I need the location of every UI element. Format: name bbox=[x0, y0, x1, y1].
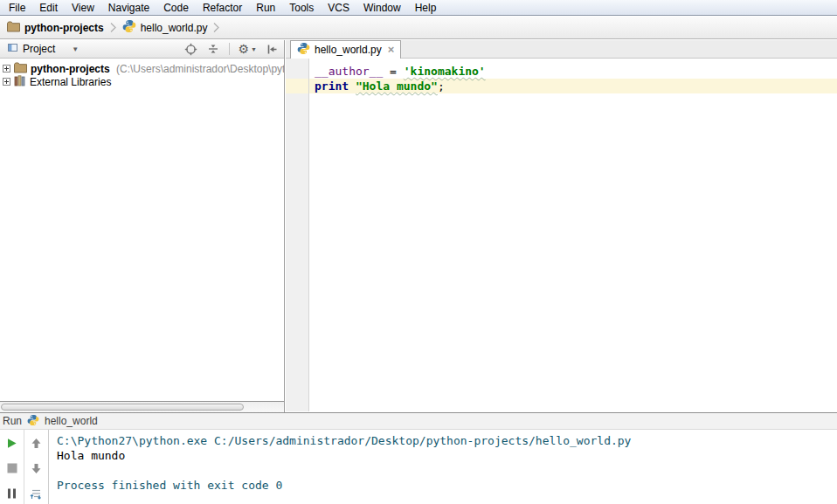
menu-help[interactable]: Help bbox=[408, 1, 444, 15]
menu-bar: FileEditViewNavigateCodeRefactorRunTools… bbox=[0, 0, 837, 16]
project-view-selector[interactable]: Project ▼ bbox=[3, 41, 82, 57]
horizontal-scrollbar[interactable] bbox=[0, 401, 284, 412]
run-panel-body: C:\Python27\python.exe C:/Users/administ… bbox=[0, 430, 837, 504]
menu-file[interactable]: File bbox=[2, 1, 32, 15]
expand-plus-icon[interactable] bbox=[3, 63, 10, 75]
up-stack-icon[interactable] bbox=[29, 436, 43, 450]
python-icon bbox=[27, 414, 39, 429]
menu-vcs[interactable]: VCS bbox=[321, 1, 356, 15]
editor-tab-bar: hello_world.py × bbox=[286, 40, 837, 59]
pause-icon[interactable] bbox=[5, 487, 19, 501]
breadcrumb-project[interactable]: python-projects bbox=[7, 21, 104, 35]
console-line bbox=[57, 463, 837, 478]
chevron-right-icon bbox=[213, 22, 219, 33]
project-panel-header: Project ▼ ⚙▼ bbox=[0, 40, 284, 59]
code-token-plain bbox=[349, 79, 356, 93]
menu-edit[interactable]: Edit bbox=[32, 1, 65, 15]
code-line-current: print "Hola mundo"; bbox=[286, 79, 837, 93]
settings-gear-icon[interactable]: ⚙▼ bbox=[239, 42, 258, 56]
code-token-string: 'kinomakino' bbox=[404, 65, 486, 78]
gear-glyph: ⚙ bbox=[239, 42, 250, 56]
menu-view[interactable]: View bbox=[65, 1, 101, 15]
code-token-keyword: print bbox=[315, 79, 349, 93]
chevron-down-icon: ▼ bbox=[251, 46, 257, 52]
tree-row-python-projects[interactable]: python-projects (C:\Users\administrador\… bbox=[0, 62, 284, 75]
project-tool-window: Project ▼ ⚙▼ python-projects (C:\Users\a… bbox=[0, 40, 285, 412]
gutter-border bbox=[308, 59, 309, 411]
breadcrumb-project-label: python-projects bbox=[24, 22, 104, 34]
menu-code[interactable]: Code bbox=[156, 1, 196, 15]
code-lines: __author__ = 'kinomakino'print "Hola mun… bbox=[286, 59, 837, 93]
folder-icon bbox=[7, 21, 20, 35]
run-panel-header: Run hello_world bbox=[0, 413, 837, 430]
pycharm-window: FileEditViewNavigateCodeRefactorRunTools… bbox=[0, 0, 837, 504]
folder-icon bbox=[14, 62, 27, 75]
toolbar-separator bbox=[229, 43, 230, 55]
console-line: Process finished with exit code 0 bbox=[57, 478, 837, 493]
tree-node-label: External Libraries bbox=[30, 76, 111, 88]
code-editor[interactable]: __author__ = 'kinomakino'print "Hola mun… bbox=[286, 59, 837, 411]
code-token-dunder: __author__ bbox=[315, 65, 383, 78]
code-token-plain: = bbox=[383, 65, 403, 78]
editor-gutter bbox=[286, 59, 308, 411]
restore-layout-icon[interactable] bbox=[29, 487, 43, 501]
project-tree: python-projects (C:\Users\administrador\… bbox=[0, 59, 284, 88]
rerun-play-icon[interactable] bbox=[5, 436, 19, 450]
breadcrumb-file[interactable]: hello_world.py bbox=[122, 19, 208, 36]
hide-panel-icon[interactable] bbox=[265, 42, 279, 56]
project-panel-title: Project bbox=[23, 43, 55, 55]
console-line: Hola mundo bbox=[57, 448, 837, 463]
tab-label: hello_world.py bbox=[315, 44, 382, 56]
tab-hello-world-py[interactable]: hello_world.py × bbox=[290, 40, 401, 59]
tree-row-external-libraries[interactable]: External Libraries bbox=[0, 75, 284, 88]
stop-icon[interactable] bbox=[5, 461, 19, 475]
scrollbar-thumb[interactable] bbox=[1, 404, 244, 411]
python-icon bbox=[297, 42, 310, 58]
close-icon[interactable]: × bbox=[388, 45, 395, 54]
breadcrumb-file-label: hello_world.py bbox=[141, 22, 208, 34]
run-toolbar-col-1 bbox=[0, 430, 24, 504]
locate-icon[interactable] bbox=[184, 42, 198, 56]
code-token-string: "Hola mundo" bbox=[356, 79, 438, 93]
run-console[interactable]: C:\Python27\python.exe C:/Users/administ… bbox=[50, 430, 837, 504]
editor-area: hello_world.py × __author__ = 'kinomakin… bbox=[286, 40, 837, 412]
run-toolbar bbox=[0, 430, 49, 504]
run-panel-title: Run bbox=[3, 415, 22, 427]
tree-node-label: python-projects bbox=[31, 63, 110, 75]
chevron-down-icon: ▼ bbox=[72, 45, 79, 53]
menu-run[interactable]: Run bbox=[249, 1, 282, 15]
library-icon bbox=[14, 75, 26, 88]
code-token-plain: ; bbox=[438, 79, 445, 93]
menu-tools[interactable]: Tools bbox=[282, 1, 321, 15]
down-stack-icon[interactable] bbox=[29, 461, 43, 475]
run-tool-window: Run hello_world bbox=[0, 412, 837, 504]
tree-node-path: (C:\Users\administrador\Desktop\python bbox=[114, 63, 284, 75]
run-tab-label[interactable]: hello_world bbox=[45, 415, 98, 427]
run-toolbar-col-2 bbox=[24, 430, 47, 504]
menu-refactor[interactable]: Refactor bbox=[196, 1, 249, 15]
project-view-icon bbox=[7, 42, 18, 56]
menu-navigate[interactable]: Navigate bbox=[101, 1, 156, 15]
console-line: C:\Python27\python.exe C:/Users/administ… bbox=[57, 433, 837, 448]
chevron-right-icon bbox=[110, 22, 116, 33]
code-line: __author__ = 'kinomakino' bbox=[286, 64, 837, 79]
collapse-all-icon[interactable] bbox=[206, 42, 220, 56]
python-icon bbox=[122, 19, 136, 36]
breadcrumb: python-projects hello_world.py bbox=[0, 17, 837, 39]
expand-plus-icon[interactable] bbox=[3, 76, 10, 88]
menu-window[interactable]: Window bbox=[356, 1, 408, 15]
